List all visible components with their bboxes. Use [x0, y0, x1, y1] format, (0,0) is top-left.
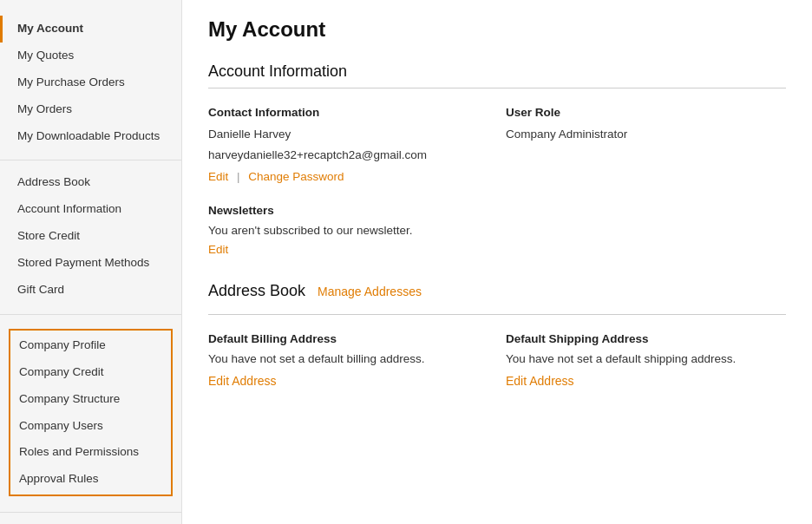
sidebar-item-my-quotes[interactable]: My Quotes — [0, 43, 181, 69]
shipping-address-col: Default Shipping Address You have not se… — [506, 332, 786, 388]
sidebar-item-account-information[interactable]: Account Information — [0, 196, 181, 223]
sidebar-item-roles-permissions[interactable]: Roles and Permissions — [10, 439, 171, 466]
sidebar-item-company-profile[interactable]: Company Profile — [10, 332, 171, 359]
shipping-label: Default Shipping Address — [506, 332, 786, 345]
sidebar-item-address-book[interactable]: Address Book — [0, 169, 181, 196]
user-role-value: Company Administrator — [506, 126, 786, 143]
page-title: My Account — [208, 17, 786, 42]
address-book-title: Address Book — [208, 282, 305, 300]
page-layout: My Account My Quotes My Purchase Orders … — [0, 0, 812, 524]
sidebar-item-stored-payment-methods[interactable]: Stored Payment Methods — [0, 250, 181, 277]
sidebar-item-my-account[interactable]: My Account — [0, 16, 181, 43]
actions-separator: | — [237, 170, 240, 183]
account-info-title: Account Information — [208, 62, 786, 81]
main-content: My Account Account Information Contact I… — [182, 0, 812, 524]
sidebar-item-my-orders[interactable]: My Orders — [0, 96, 181, 123]
sidebar-item-company-credit[interactable]: Company Credit — [10, 359, 171, 386]
sidebar-section-company-wrapper: Company Profile Company Credit Company S… — [0, 314, 181, 508]
contact-info-col: Contact Information Danielle Harvey harv… — [208, 106, 488, 183]
manage-addresses-link[interactable]: Manage Addresses — [318, 285, 422, 298]
user-role-label: User Role — [506, 106, 786, 119]
newsletters-label: Newsletters — [208, 204, 786, 217]
user-role-col: User Role Company Administrator — [506, 106, 786, 183]
contact-name: Danielle Harvey — [208, 126, 488, 143]
edit-shipping-link[interactable]: Edit Address — [506, 374, 574, 388]
change-password-link[interactable]: Change Password — [248, 170, 344, 183]
sidebar-item-my-downloadable-products[interactable]: My Downloadable Products — [0, 123, 181, 150]
sidebar-section-account: Address Book Account Information Store C… — [0, 160, 181, 310]
address-book-divider — [208, 314, 786, 315]
newsletters-block: Newsletters You aren't subscribed to our… — [208, 204, 786, 256]
address-columns: Default Billing Address You have not set… — [208, 332, 786, 388]
shipping-text: You have not set a default shipping addr… — [506, 352, 786, 365]
sidebar-section-misc: Gift Registry Newsletter Subscriptions M… — [0, 512, 181, 524]
billing-label: Default Billing Address — [208, 332, 488, 345]
sidebar-item-my-purchase-orders[interactable]: My Purchase Orders — [0, 69, 181, 96]
contact-info-label: Contact Information — [208, 106, 488, 119]
account-info-columns: Contact Information Danielle Harvey harv… — [208, 106, 786, 183]
edit-contact-link[interactable]: Edit — [208, 170, 228, 183]
address-book-section: Address Book Manage Addresses Default Bi… — [208, 282, 786, 388]
account-info-section: Account Information Contact Information … — [208, 62, 786, 256]
sidebar-item-gift-card[interactable]: Gift Card — [0, 277, 181, 304]
sidebar: My Account My Quotes My Purchase Orders … — [0, 0, 182, 524]
contact-email: harveydanielle32+recaptch2a@gmail.com — [208, 147, 488, 164]
sidebar-item-approval-rules[interactable]: Approval Rules — [10, 466, 171, 493]
edit-billing-link[interactable]: Edit Address — [208, 374, 277, 388]
address-book-header: Address Book Manage Addresses — [208, 282, 786, 307]
billing-address-col: Default Billing Address You have not set… — [208, 332, 488, 388]
edit-newsletter-link[interactable]: Edit — [208, 243, 228, 256]
contact-actions: Edit | Change Password — [208, 170, 488, 183]
sidebar-section-main: My Account My Quotes My Purchase Orders … — [0, 9, 181, 156]
account-info-divider — [208, 88, 786, 88]
sidebar-company-group: Company Profile Company Credit Company S… — [9, 329, 173, 496]
sidebar-item-company-users[interactable]: Company Users — [10, 413, 171, 440]
sidebar-item-company-structure[interactable]: Company Structure — [10, 386, 171, 413]
billing-text: You have not set a default billing addre… — [208, 352, 488, 365]
sidebar-item-store-credit[interactable]: Store Credit — [0, 223, 181, 250]
newsletter-status: You aren't subscribed to our newsletter. — [208, 224, 786, 237]
